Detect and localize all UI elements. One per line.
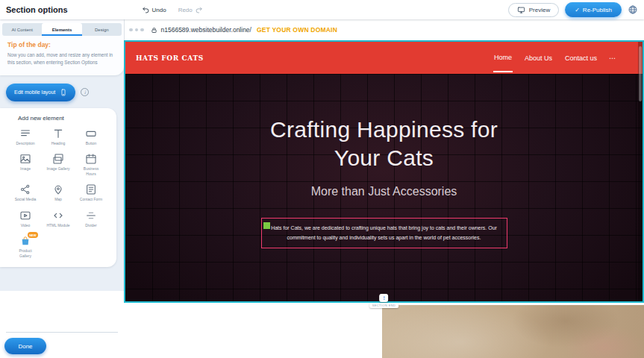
site-logo[interactable]: HATS FOR CATS: [136, 54, 204, 62]
element-video[interactable]: Video: [9, 210, 42, 228]
sidebar: AI Content Elements Design Tip of the da…: [0, 19, 124, 358]
html-module-icon: [52, 210, 64, 222]
element-business-hours[interactable]: Business Hours: [75, 153, 107, 176]
undo-label: Undo: [152, 7, 166, 13]
edit-mobile-layout-label: Edit mobile layout: [14, 90, 55, 95]
map-icon: [52, 183, 64, 195]
element-social-media[interactable]: Social Media: [9, 183, 42, 202]
scrollbar-thumb[interactable]: [639, 46, 642, 101]
get-domain-link[interactable]: GET YOUR OWN DOMAIN: [257, 26, 337, 34]
hero-subheading[interactable]: More than Just Accessories: [311, 185, 457, 198]
monitor-icon: [517, 6, 525, 14]
social-media-icon: [19, 183, 31, 195]
window-dots: [129, 28, 144, 32]
hero-section[interactable]: Crafting Happiness for Your Cats More th…: [125, 74, 643, 301]
page-title: Section options: [6, 5, 68, 14]
edit-mobile-layout-button[interactable]: Edit mobile layout: [6, 84, 75, 101]
lock-icon: [151, 27, 157, 34]
selected-section[interactable]: HATS FOR CATS Home About Us Contact us ⋯…: [124, 40, 644, 303]
hero-heading[interactable]: Crafting Happiness for Your Cats: [246, 116, 522, 172]
check-icon: ✓: [575, 7, 580, 13]
undo-button[interactable]: Undo: [140, 4, 169, 16]
undo-icon: [142, 6, 150, 14]
nav-more-icon[interactable]: ⋯: [609, 54, 616, 62]
divider-icon: [85, 210, 97, 222]
resize-arrows-icon[interactable]: ↕: [380, 294, 389, 302]
below-section-area: [124, 303, 644, 358]
window-dot: [135, 28, 139, 32]
element-contact-form[interactable]: Contact Form: [75, 183, 107, 202]
section-resize-handle[interactable]: ↕ SECTION END: [369, 294, 399, 308]
preview-label: Preview: [529, 7, 550, 13]
add-element-title: Add new element: [18, 115, 113, 122]
site-preview: n1566589.websitebuilder.online/ GET YOUR…: [124, 19, 644, 358]
window-dot: [140, 28, 144, 32]
tip-body: Now you can add, move and resize any ele…: [7, 51, 116, 66]
image-gallery-icon: [52, 153, 64, 165]
video-icon: [19, 210, 31, 222]
element-button[interactable]: Button: [75, 128, 107, 146]
preview-button[interactable]: Preview: [508, 3, 559, 17]
section-handle-label: SECTION END: [369, 303, 399, 308]
redo-label: Redo: [178, 7, 193, 13]
sidebar-tabs: AI Content Elements Design: [2, 23, 122, 36]
sidebar-top-card: AI Content Elements Design Tip of the da…: [0, 19, 124, 75]
element-divider[interactable]: Divider: [75, 210, 107, 228]
next-section-image: [382, 305, 644, 358]
page-scrollbar[interactable]: [638, 42, 643, 301]
element-map[interactable]: Map: [42, 183, 75, 202]
app-window: Section options Undo Redo Preview ✓ Re-P…: [0, 0, 644, 358]
new-badge: NEW: [28, 232, 38, 238]
description-icon: [19, 128, 31, 139]
tip-of-the-day: Tip of the day: Now you can add, move an…: [0, 36, 124, 68]
element-heading[interactable]: Heading: [42, 128, 75, 146]
topbar: Section options Undo Redo Preview ✓ Re-P…: [0, 0, 644, 19]
hero-paragraph: Hats for Cats, we are dedicated to craft…: [269, 223, 499, 243]
site-header: HATS FOR CATS Home About Us Contact us ⋯: [125, 42, 643, 74]
hero-textbox[interactable]: Hats for Cats, we are dedicated to craft…: [261, 218, 507, 248]
image-icon: [19, 153, 31, 165]
republish-button[interactable]: ✓ Re-Publish: [565, 2, 622, 17]
add-element-panel: Add new element Description Heading Butt…: [0, 108, 116, 268]
tip-title: Tip of the day:: [7, 41, 116, 48]
browser-bar: n1566589.websitebuilder.online/ GET YOUR…: [124, 19, 644, 40]
undo-redo-group: Undo Redo: [140, 4, 205, 16]
element-description[interactable]: Description: [9, 128, 42, 146]
element-image-gallery[interactable]: Image Gallery: [42, 153, 75, 176]
tab-ai-content[interactable]: AI Content: [2, 23, 42, 36]
button-icon: [85, 128, 97, 139]
element-drag-handle[interactable]: [263, 222, 270, 229]
republish-label: Re-Publish: [583, 7, 612, 13]
window-dot: [129, 28, 133, 32]
element-grid: Description Heading Button Image Image G…: [3, 128, 113, 259]
url-text: n1566589.websitebuilder.online/: [161, 26, 251, 34]
element-image[interactable]: Image: [9, 153, 42, 176]
nav-home[interactable]: Home: [493, 44, 513, 72]
tab-elements[interactable]: Elements: [42, 23, 81, 36]
site-nav: Home About Us Contact us ⋯: [493, 44, 616, 72]
done-button[interactable]: Done: [4, 338, 46, 354]
phone-icon: [60, 89, 67, 96]
language-globe-icon[interactable]: [628, 4, 638, 15]
sidebar-divider: [6, 332, 118, 333]
contact-form-icon: [85, 183, 97, 195]
redo-icon: [195, 6, 203, 14]
topbar-actions: Preview ✓ Re-Publish: [508, 2, 638, 17]
tab-design[interactable]: Design: [82, 23, 122, 36]
nav-contact-us[interactable]: Contact us: [564, 45, 598, 72]
heading-icon: [52, 128, 64, 139]
info-icon[interactable]: i: [81, 88, 89, 96]
business-hours-icon: [85, 153, 97, 165]
redo-button[interactable]: Redo: [176, 4, 205, 16]
element-html-module[interactable]: HTML Module: [42, 210, 75, 228]
nav-about-us[interactable]: About Us: [524, 45, 553, 72]
mobile-layout-row: Edit mobile layout i: [6, 84, 118, 101]
element-product-gallery[interactable]: NEW Product Gallery: [9, 235, 42, 258]
